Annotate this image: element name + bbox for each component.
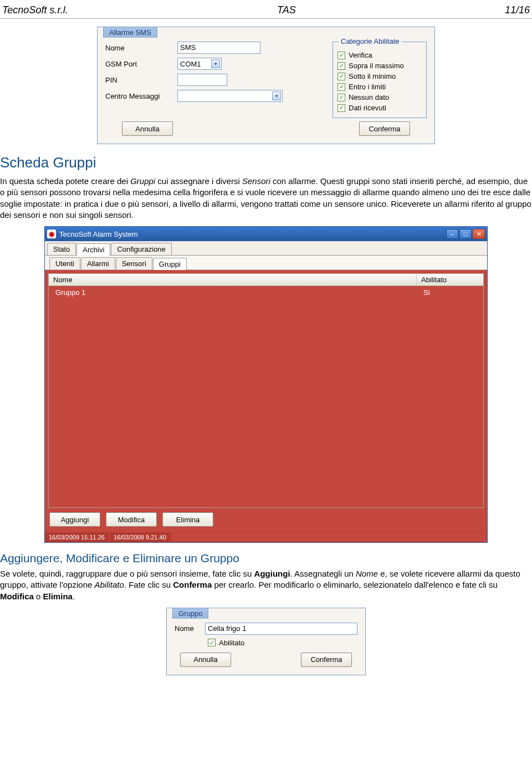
gsmport-label: GSM Port	[105, 60, 177, 68]
category-label: Sotto il minimo	[349, 72, 396, 80]
category-label: Dati ricevuti	[349, 104, 386, 112]
app-icon: ◉	[47, 230, 56, 238]
pin-label: PIN	[105, 76, 177, 84]
header-doc: TAS	[68, 4, 505, 16]
gruppo-confirm-button[interactable]: Conferma	[301, 653, 352, 667]
main-tabstrip: Stato Archivi Configurazione	[45, 241, 487, 256]
table-row[interactable]: Gruppo 1 Si	[49, 286, 483, 299]
gruppo-abilitato-row[interactable]: Abilitato	[208, 639, 357, 647]
categories-title: Categorie Abilitate	[339, 37, 402, 45]
gruppo-dialog: Gruppo Nome Cella frigo 1 Abilitato Annu…	[166, 608, 366, 675]
chevron-down-icon: ▾	[272, 91, 281, 100]
checkbox-icon[interactable]	[337, 73, 345, 80]
category-row[interactable]: Sotto il minimo	[337, 72, 422, 80]
maximize-button[interactable]: □	[459, 229, 472, 239]
cell-abilitato: Si	[417, 286, 483, 299]
status-time-2: 16/03/2009 9.21.40	[110, 532, 171, 542]
checkbox-icon[interactable]	[337, 104, 345, 112]
category-row[interactable]: Verifica	[337, 51, 422, 59]
centro-select[interactable]: ▾	[177, 90, 283, 102]
gruppo-cancel-button[interactable]: Annulla	[180, 653, 231, 667]
section-title-scheda-gruppi: Scheda Gruppi	[0, 154, 532, 171]
table-header: Nome Abilitato	[48, 273, 484, 286]
alarm-sms-dialog: Allarme SMS Nome SMS GSM Port COM1 ▾ PIN…	[97, 27, 435, 144]
gsmport-select[interactable]: COM1 ▾	[177, 58, 222, 70]
col-nome[interactable]: Nome	[49, 274, 417, 286]
edit-button[interactable]: Modifica	[106, 512, 157, 527]
gsmport-value: COM1	[180, 60, 201, 68]
section1-paragraph: In questa scheda potete creare dei Grupp…	[0, 176, 532, 221]
subtab-utenti[interactable]: Utenti	[49, 257, 80, 269]
app-window: ◉ TecnoSoft Alarm System – □ ✕ Stato Arc…	[44, 226, 488, 543]
subtab-sensori[interactable]: Sensori	[116, 257, 152, 269]
tab-configurazione[interactable]: Configurazione	[111, 243, 171, 255]
pin-input[interactable]	[177, 74, 227, 86]
minimize-button[interactable]: –	[446, 229, 458, 239]
centro-label: Centro Messaggi	[105, 92, 177, 100]
app-title: TecnoSoft Alarm System	[59, 230, 138, 238]
category-label: Verifica	[349, 51, 372, 59]
status-empty	[172, 532, 487, 542]
sub-tabstrip: Utenti Allarmi Sensori Gruppi	[45, 256, 487, 270]
gruppo-dialog-title: Gruppo	[172, 608, 208, 619]
page-header: TecnoSoft s.r.l. TAS 11/16	[0, 0, 532, 19]
status-bar: 16/03/2009 15.11.26 16/03/2009 9.21.40	[45, 532, 487, 542]
section2-paragraph: Se volete, quindi, raggruppare due o più…	[0, 568, 532, 602]
bottom-button-bar: Aggiungi Modifica Elimina	[45, 508, 487, 531]
category-label: Sopra il massimo	[349, 62, 404, 70]
gruppo-nome-input[interactable]: Cella frigo 1	[205, 623, 357, 635]
subtab-gruppi[interactable]: Gruppi	[153, 258, 187, 270]
category-row[interactable]: Dati ricevuti	[337, 104, 422, 112]
cell-nome: Gruppo 1	[49, 286, 417, 299]
category-label: Nessun dato	[349, 93, 389, 101]
checkbox-icon[interactable]	[337, 62, 345, 70]
header-page: 11/16	[505, 4, 530, 16]
category-row[interactable]: Entro i limiti	[337, 83, 422, 91]
category-row[interactable]: Sopra il massimo	[337, 62, 422, 70]
nome-label: Nome	[105, 44, 177, 52]
gruppo-abilitato-label: Abilitato	[219, 639, 244, 647]
delete-button[interactable]: Elimina	[162, 512, 213, 527]
subtab-allarmi[interactable]: Allarmi	[81, 257, 115, 269]
category-label: Entro i limiti	[349, 83, 386, 91]
tab-stato[interactable]: Stato	[47, 243, 76, 255]
table-body[interactable]: Gruppo 1 Si	[48, 286, 484, 508]
header-company: TecnoSoft s.r.l.	[2, 4, 68, 16]
titlebar: ◉ TecnoSoft Alarm System – □ ✕	[45, 227, 487, 241]
status-time-1: 16/03/2009 15.11.26	[45, 532, 109, 542]
section-title-aggiungere: Aggiungere, Modificare e Eliminare un Gr…	[0, 552, 532, 565]
add-button[interactable]: Aggiungi	[49, 512, 100, 527]
gruppo-nome-label: Nome	[175, 624, 205, 633]
close-button[interactable]: ✕	[473, 229, 485, 239]
tab-archivi[interactable]: Archivi	[76, 243, 110, 256]
confirm-button[interactable]: Conferma	[359, 121, 410, 136]
alarm-sms-title: Allarme SMS	[103, 27, 157, 38]
checkbox-icon[interactable]	[337, 94, 345, 101]
chevron-down-icon: ▾	[211, 59, 220, 68]
checkbox-icon[interactable]	[337, 83, 345, 91]
category-row[interactable]: Nessun dato	[337, 93, 422, 101]
checkbox-icon[interactable]	[208, 639, 216, 646]
checkbox-icon[interactable]	[337, 52, 345, 59]
col-abilitato[interactable]: Abilitato	[417, 274, 483, 286]
cancel-button[interactable]: Annulla	[122, 121, 173, 136]
nome-input[interactable]: SMS	[177, 42, 260, 54]
